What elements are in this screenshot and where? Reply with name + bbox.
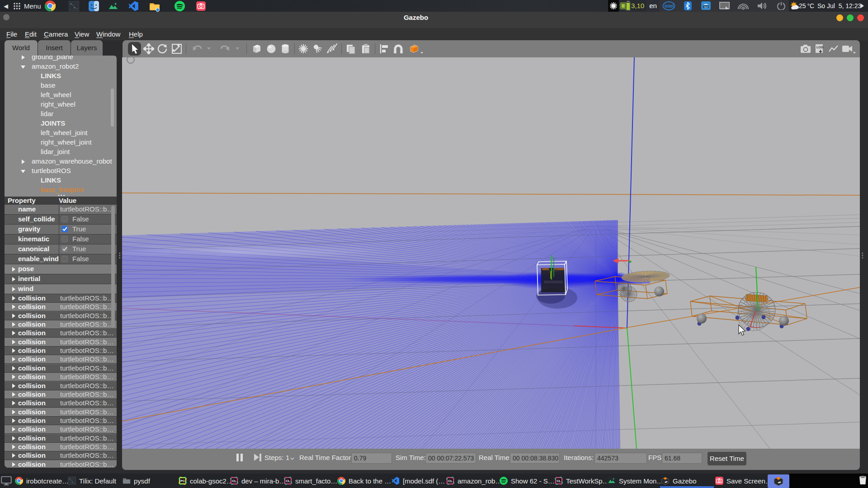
svg-text:707: 707 <box>704 6 709 9</box>
svg-text:>_: >_ <box>73 5 78 9</box>
svg-text:>_: >_ <box>71 481 75 484</box>
svg-text:PC: PC <box>180 479 185 483</box>
svg-text:CL: CL <box>557 479 561 483</box>
svg-text:CL: CL <box>448 479 453 483</box>
svg-text:CL: CL <box>232 479 236 483</box>
svg-text:intel: intel <box>665 4 674 9</box>
svg-text:CL: CL <box>286 479 290 483</box>
svg-text:LOG: LOG <box>816 46 824 49</box>
